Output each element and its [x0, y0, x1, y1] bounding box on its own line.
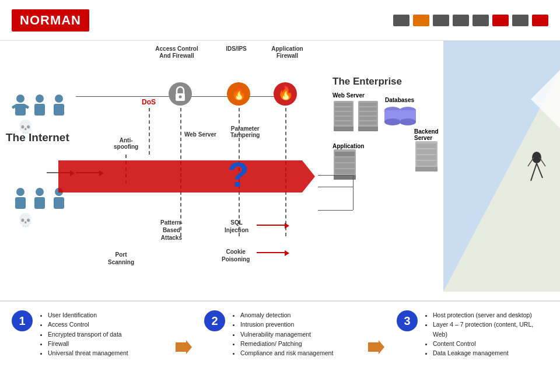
pattern-based-label: Pattern-BasedAttacks [160, 219, 183, 242]
step-1-item-5: Universal threat management [48, 348, 128, 358]
svg-text:🔥: 🔥 [231, 85, 247, 101]
svg-rect-20 [34, 104, 45, 116]
step-2-item-1: Anomaly detection [240, 310, 333, 320]
step-arrow-1 [175, 310, 192, 383]
question-mark-icon: ? [228, 155, 249, 195]
step-1-item-4: Firewall [48, 339, 128, 348]
sql-injection-label: SQLInjection [225, 219, 249, 234]
svg-rect-34 [335, 121, 352, 125]
internet-label: The Internet [6, 131, 69, 144]
app-firewall-device: 🔥 [273, 82, 298, 108]
svg-point-19 [36, 94, 44, 103]
svg-rect-50 [335, 152, 355, 156]
step-2-list: Anomaly detection Intrusion prevention V… [232, 310, 333, 358]
svg-point-15 [16, 94, 24, 103]
step-3-content: Host protection (server and desktop) Lay… [425, 310, 548, 383]
user-icon-5 [31, 187, 48, 210]
toolbar-icon-4[interactable] [453, 15, 469, 26]
step-2-badge: 2 [204, 310, 225, 331]
step-2-item-3: Vulnerability management [240, 330, 333, 339]
svg-rect-32 [335, 112, 352, 116]
app-firewall-label: ApplicationFirewall [265, 46, 309, 60]
toolbar-icon-1[interactable] [393, 15, 410, 26]
svg-rect-30 [335, 103, 352, 106]
diagram-area: Access Control And Firewall IDS/IPS Appl… [0, 41, 443, 292]
ent-hline-2 [318, 187, 353, 187]
svg-rect-51 [335, 158, 355, 162]
step-1-content: User Identification Access Control Encry… [40, 310, 128, 383]
ski-scene-svg [443, 41, 560, 292]
backend-server-label: BackendServer [414, 128, 439, 141]
vline-dos [149, 108, 150, 155]
fire-icon-1: 🔥 [226, 82, 251, 106]
toolbar [393, 15, 548, 26]
ski-background [443, 41, 560, 292]
step-3-list: Host protection (server and desktop) Lay… [425, 310, 548, 358]
step-2-item-5: Compliance and risk management [240, 348, 333, 358]
step-1-badge: 1 [12, 310, 33, 331]
svg-rect-41 [359, 121, 377, 125]
ids-ips-device: 🔥 [226, 82, 251, 108]
skull-icon: 💀 [18, 120, 33, 135]
user-icon-2 [31, 93, 48, 117]
svg-rect-60 [415, 167, 438, 172]
lock-device [168, 82, 192, 108]
toolbar-icon-7[interactable] [512, 15, 528, 26]
user-icon-4 [12, 187, 29, 210]
svg-rect-40 [359, 117, 377, 120]
arrow-icon-2 [368, 340, 384, 354]
svg-point-45 [384, 118, 401, 125]
svg-rect-53 [335, 169, 355, 174]
svg-point-25 [36, 188, 44, 196]
enterprise-label: The Enterprise [332, 76, 438, 88]
toolbar-icon-3[interactable] [433, 15, 449, 26]
svg-marker-61 [176, 340, 192, 354]
backend-server-section: BackendServer [414, 128, 439, 176]
toolbar-icon-5[interactable] [473, 15, 489, 26]
step-1-item-2: Access Control [48, 320, 128, 329]
svg-rect-52 [335, 163, 355, 168]
arrow-icon-1 [176, 340, 192, 354]
step-1-column: 1 User Identification Access Control Enc… [12, 310, 163, 383]
step-3-badge: 3 [397, 310, 418, 331]
main-area: Access Control And Firewall IDS/IPS Appl… [0, 41, 560, 392]
step-3-item-3: Content Control [433, 339, 548, 348]
svg-rect-24 [15, 197, 26, 209]
toolbar-icon-2[interactable] [413, 15, 429, 26]
svg-marker-62 [368, 340, 384, 354]
step-1-list: User Identification Access Control Encry… [40, 310, 128, 358]
svg-rect-22 [54, 104, 64, 116]
svg-point-21 [55, 94, 63, 103]
port-scanning-label: PortScanning [108, 251, 134, 266]
ent-vline-1 [353, 175, 354, 210]
toolbar-icon-6[interactable] [492, 15, 509, 26]
databases-label: Databases [385, 97, 438, 103]
svg-point-23 [16, 188, 24, 196]
step-1-item-3: Encrypted transport of data [48, 330, 128, 339]
norman-logo: NORMAN [12, 9, 89, 32]
toolbar-icon-8[interactable] [532, 15, 548, 26]
svg-rect-26 [34, 197, 45, 209]
svg-rect-39 [359, 112, 377, 116]
cookie-poisoning-label: CookiePoisoning [222, 248, 250, 263]
step-3-item-2: Layer 4 – 7 protection (content, URL, We… [433, 320, 548, 339]
svg-point-10 [179, 96, 182, 99]
ent-hline-1 [318, 175, 353, 176]
sql-arrow [257, 225, 286, 226]
svg-rect-35 [334, 127, 354, 131]
server-icon-2 [357, 101, 379, 133]
svg-rect-28 [54, 197, 64, 209]
svg-rect-59 [416, 161, 436, 166]
step-2-item-4: Remediation/ Patching [240, 339, 333, 348]
step-3-item-1: Host protection (server and desktop) [433, 310, 548, 320]
access-control-label: Access Control And Firewall [150, 46, 203, 60]
dos-label: DoS [142, 98, 156, 106]
fire-icon-2: 🔥 [273, 82, 298, 106]
svg-rect-58 [416, 155, 436, 160]
svg-rect-33 [335, 117, 352, 120]
user-icon-3 [50, 93, 68, 117]
step-3-column: 3 Host protection (server and desktop) L… [397, 310, 548, 383]
ent-hline-3 [318, 210, 353, 211]
enterprise-section: The Enterprise Web Server [332, 76, 438, 184]
svg-rect-57 [416, 149, 436, 154]
